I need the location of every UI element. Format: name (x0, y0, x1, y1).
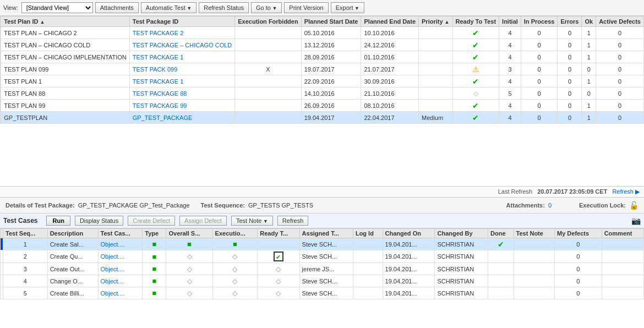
cell-in-process: 0 (521, 63, 558, 75)
cases-table-row[interactable]: 4 Change O... Object.... ■ ◇ ◇ ◇ Steve S… (1, 275, 644, 287)
cell-test-package-id[interactable]: TEST PACKAGE 1 (129, 51, 235, 63)
cases-col-desc[interactable]: Description (47, 229, 98, 238)
cell-comment (602, 263, 643, 275)
cell-seq: 3 (3, 263, 48, 275)
cell-done (488, 275, 514, 287)
refresh-status-button[interactable]: Refresh Status (199, 2, 249, 13)
test-package-link[interactable]: TEST PACKAGE – CHICAGO COLD (133, 42, 232, 48)
test-package-link[interactable]: TEST PACKAGE 99 (133, 102, 187, 109)
table-row[interactable]: TEST PLAN 88 TEST PACKAGE 88 14.10.2016 … (1, 88, 644, 100)
refresh-link[interactable]: Refresh (612, 188, 634, 195)
cell-changed-by: SCHRISTIAN (435, 263, 488, 275)
cell-test-cas[interactable]: Object.... (98, 238, 143, 250)
cell-planned-start: 19.04.2017 (301, 112, 361, 124)
table-row[interactable]: TEST PLAN – CHICAGO COLD TEST PACKAGE – … (1, 39, 644, 51)
cell-comment (602, 250, 643, 263)
cases-col-changed-on[interactable]: Changed On (383, 229, 435, 238)
cell-test-package-id[interactable]: TEST PACKAGE 1 (129, 75, 235, 88)
cell-initial: 3 (499, 63, 521, 75)
test-cas-link[interactable]: Object.... (101, 241, 125, 248)
create-defect-button[interactable]: Create Defect (128, 216, 175, 226)
test-package-link[interactable]: TEST PACK 099 (133, 66, 178, 73)
cell-test-package-id[interactable]: GP_TEST_PACKAGE (129, 112, 235, 124)
cases-col-test-cas[interactable]: Test Cas... (98, 229, 143, 238)
cases-col-log-id[interactable]: Log Id (353, 229, 383, 238)
view-label: View: (3, 4, 18, 11)
cell-ready-to-test: ✔ (452, 75, 499, 88)
cell-changed-by: SCHRISTIAN (435, 238, 488, 250)
cases-col-ready-t[interactable]: Ready T... (258, 229, 299, 238)
test-package-link[interactable]: GP_TEST_PACKAGE (133, 114, 193, 121)
col-test-plan-id[interactable]: Test Plan ID ▲ (1, 17, 129, 27)
col-ready-to-test[interactable]: Ready To Test (452, 17, 499, 27)
col-initial[interactable]: Initial (499, 17, 521, 27)
print-version-button[interactable]: Print Version (284, 2, 328, 13)
col-ok[interactable]: Ok (582, 17, 596, 27)
cell-test-cas[interactable]: Object.... (98, 287, 143, 299)
cell-execution-forbidden (235, 88, 301, 100)
test-cas-link[interactable]: Object.... (101, 278, 125, 285)
cell-test-cas[interactable]: Object.... (98, 263, 143, 275)
col-planned-start-date[interactable]: Planned Start Date (301, 17, 361, 27)
test-package-link[interactable]: TEST PACKAGE 1 (133, 54, 184, 61)
table-row[interactable]: TEST PLAN 099 TEST PACK 099 X 19.07.2017… (1, 63, 644, 75)
cell-priority (419, 75, 453, 88)
cell-test-package-id[interactable]: TEST PACKAGE 2 (129, 27, 235, 39)
assign-defect-button[interactable]: Assign Defect (179, 216, 227, 226)
cell-test-package-id[interactable]: TEST PACKAGE 88 (129, 88, 235, 100)
cases-table-row[interactable]: 1 Create Sal... Object.... ■ ■ ■ Steve S… (1, 238, 644, 250)
cell-changed-on: 19.04.201... (383, 250, 435, 263)
refresh-arrow[interactable]: ▶ (635, 188, 640, 195)
cell-test-package-id[interactable]: TEST PACKAGE – CHICAGO COLD (129, 39, 235, 51)
col-planned-end-date[interactable]: Planned End Date (361, 17, 419, 27)
test-cas-link[interactable]: Object.... (101, 253, 125, 260)
cases-col-overall[interactable]: Overall S... (166, 229, 212, 238)
cell-test-cas[interactable]: Object.... (98, 275, 143, 287)
run-button[interactable]: Run (46, 216, 70, 226)
table-row[interactable]: TEST PLAN 1 TEST PACKAGE 1 22.09.2016 30… (1, 75, 644, 88)
cases-table-row[interactable]: 2 Create Qu... Object.... ■ ◇ ◇ ✔ Steve … (1, 250, 644, 263)
table-row[interactable]: TEST PLAN – CHICAGO IMPLEMENTATION TEST … (1, 51, 644, 63)
cases-col-executio[interactable]: Executio... (212, 229, 258, 238)
cases-col-comment[interactable]: Comment (602, 229, 643, 238)
cases-col-type[interactable]: Type (143, 229, 166, 238)
cases-table-row[interactable]: 3 Create Out... Object.... ■ ◇ ◇ ◇ jerem… (1, 263, 644, 275)
test-package-link[interactable]: TEST PACKAGE 1 (133, 78, 184, 85)
cases-col-assigned-t[interactable]: Assigned T... (299, 229, 353, 238)
test-cas-link[interactable]: Object.... (101, 266, 125, 272)
cell-seq: 5 (3, 287, 48, 299)
display-status-button[interactable]: Display Status (75, 216, 123, 226)
cases-col-done[interactable]: Done (488, 229, 514, 238)
test-package-link[interactable]: TEST PACKAGE 2 (133, 30, 184, 36)
test-package-link[interactable]: TEST PACKAGE 88 (133, 90, 187, 97)
attachments-button[interactable]: Attachments (95, 2, 139, 13)
view-select[interactable]: [Standard View] (21, 2, 93, 13)
cases-col-my-defects[interactable]: My Defects (555, 229, 602, 238)
cases-col-test-note[interactable]: Test Note (514, 229, 554, 238)
go-to-button[interactable]: Go to (251, 2, 282, 13)
cell-test-cas[interactable]: Object.... (98, 250, 143, 263)
col-test-package-id[interactable]: Test Package ID (129, 17, 235, 27)
cell-test-package-id[interactable]: TEST PACKAGE 99 (129, 100, 235, 112)
cell-ready-t (258, 238, 299, 250)
cases-refresh-button[interactable]: Refresh (277, 216, 309, 226)
cases-table-row[interactable]: 5 Create Billi... Object.... ■ ◇ ◇ ◇ Ste… (1, 287, 644, 299)
cell-test-package-id[interactable]: TEST PACK 099 (129, 63, 235, 75)
automatic-test-button[interactable]: Automatic Test (141, 2, 197, 13)
table-row[interactable]: TEST PLAN 99 TEST PACKAGE 99 26.09.2016 … (1, 100, 644, 112)
camera-icon[interactable]: 📷 (631, 216, 641, 225)
export-button[interactable]: Export (331, 2, 364, 13)
table-row[interactable]: TEST PLAN – CHICAGO 2 TEST PACKAGE 2 05.… (1, 27, 644, 39)
col-active-defects[interactable]: Active Defects (596, 17, 644, 27)
col-priority[interactable]: Priority ▲ (419, 17, 453, 27)
test-cas-link[interactable]: Object.... (101, 290, 125, 297)
cases-col-changed-by[interactable]: Changed By (435, 229, 488, 238)
col-errors[interactable]: Errors (558, 17, 582, 27)
col-execution-forbidden[interactable]: Execution Forbidden (235, 17, 301, 27)
cases-col-seq[interactable]: Test Seq... (3, 229, 48, 238)
col-in-process[interactable]: In Process (521, 17, 558, 27)
table-row[interactable]: GP_TESTPLAN GP_TEST_PACKAGE 19.04.2017 2… (1, 112, 644, 124)
test-sequence-row: Test Sequence: GP_TESTS GP_TESTS (201, 202, 313, 209)
attachments-count[interactable]: 0 (548, 202, 552, 209)
test-note-button[interactable]: Test Note (231, 216, 273, 226)
